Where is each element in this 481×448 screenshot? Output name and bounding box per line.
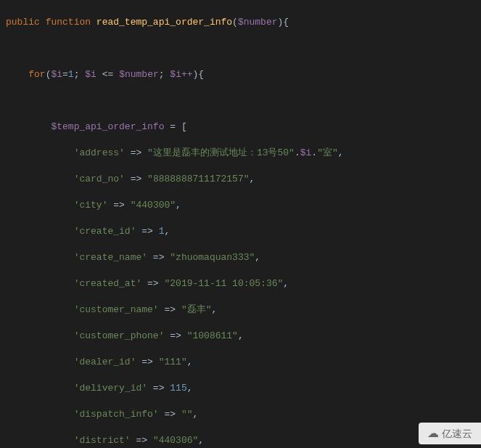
code-line: 'dealer_id' => "111", <box>0 356 481 369</box>
code-line: 'create_name' => "zhuomaquan333", <box>0 251 481 264</box>
code-line: 'city' => "440300", <box>0 199 481 212</box>
code-line: 'created_at' => "2019-11-11 10:05:36", <box>0 277 481 290</box>
code-line: 'customer_phone' => "1008611", <box>0 330 481 343</box>
code-line <box>0 42 481 55</box>
function-name: read_temp_api_order_info <box>96 17 232 28</box>
param-var: $number <box>238 17 278 28</box>
keyword-for: for <box>28 69 45 80</box>
code-line: 'card_no' => "8888888711172157", <box>0 173 481 186</box>
code-line: 'district' => "440306", <box>0 434 481 447</box>
watermark-text: 亿速云 <box>442 427 472 440</box>
code-line: $temp_api_order_info = [ <box>0 121 481 134</box>
code-line: 'dispatch_info' => "", <box>0 408 481 421</box>
keyword-public: public <box>6 17 40 28</box>
keyword-function: function <box>46 17 91 28</box>
code-line: 'delivery_id' => 115, <box>0 382 481 395</box>
code-line: 'address' => "这里是磊丰的测试地址：13号50".$i."室", <box>0 147 481 160</box>
cloud-icon: ☁ <box>427 427 439 440</box>
code-editor[interactable]: public function read_temp_api_order_info… <box>0 0 481 448</box>
code-line: public function read_temp_api_order_info… <box>0 16 481 29</box>
code-line: 'create_id' => 1, <box>0 225 481 238</box>
code-line: for($i=1; $i <= $number; $i++){ <box>0 68 481 81</box>
code-line <box>0 94 481 107</box>
watermark: ☁ 亿速云 <box>419 423 481 444</box>
code-line: 'customer_name' => "磊丰", <box>0 304 481 317</box>
